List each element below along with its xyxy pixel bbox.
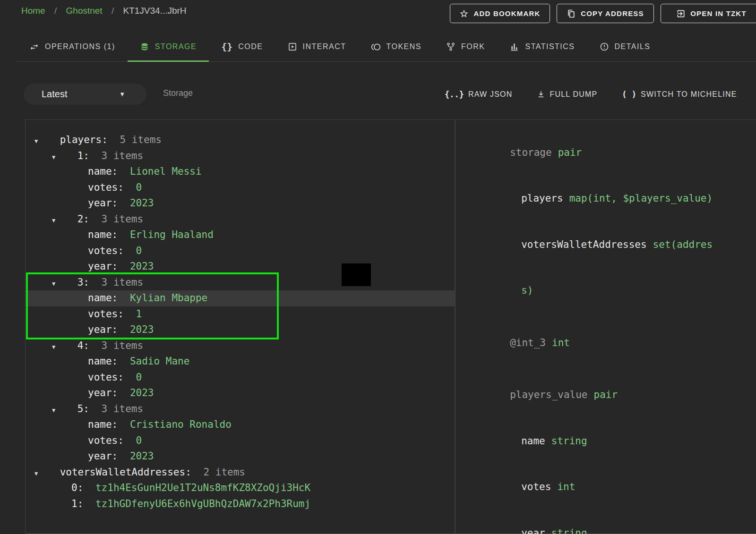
- tree-key: 2:: [77, 213, 89, 225]
- type-line: players_valuepair: [462, 372, 756, 418]
- tree-key: name:: [88, 292, 118, 304]
- storage-tools: {..} RAW JSON FULL DUMP ( ) SWITCH TO MI…: [445, 84, 737, 105]
- copy-icon: [567, 9, 576, 18]
- breadcrumb: Home / Ghostnet / KT1JV34...JbrH: [21, 6, 187, 16]
- add-bookmark-label: ADD BOOKMARK: [473, 9, 540, 17]
- breadcrumb-separator: /: [54, 6, 57, 16]
- copy-address-button[interactable]: COPY ADDRESS: [557, 4, 654, 23]
- tab-fork[interactable]: FORK: [434, 32, 497, 61]
- bar-chart-icon: [509, 42, 519, 52]
- tree-row[interactable]: ▼ players: 5 items: [26, 132, 455, 148]
- collapse-arrow-icon[interactable]: ▼: [34, 134, 42, 150]
- tree-row[interactable]: votes: 0: [26, 370, 455, 386]
- tree-key: players:: [60, 134, 108, 145]
- tree-key: votersWalletAddresses:: [60, 466, 191, 478]
- switch-to-micheline-button[interactable]: ( ) SWITCH TO MICHELINE: [622, 90, 737, 99]
- type-name: @int_3: [510, 337, 546, 348]
- tree-row[interactable]: votes: 0: [26, 243, 455, 259]
- collapse-arrow-icon[interactable]: ▼: [34, 466, 42, 482]
- full-dump-button[interactable]: FULL DUMP: [537, 90, 597, 99]
- type-name: name: [521, 435, 545, 447]
- fork-icon: [446, 42, 455, 51]
- tree-key: votes:: [88, 245, 124, 256]
- tree-key: name:: [88, 419, 118, 430]
- tree-row[interactable]: name: Sadio Mane: [26, 354, 455, 370]
- breadcrumb-network-link[interactable]: Ghostnet: [66, 6, 103, 16]
- collapse-arrow-icon[interactable]: ▼: [52, 276, 60, 292]
- tree-value: 1: [136, 308, 142, 320]
- tree-key: 4:: [77, 340, 89, 351]
- tab-label: FORK: [461, 42, 485, 51]
- wallet-address: tz1h4EsGunH2Ue1T2uNs8mfKZ8XZoQji3HcK: [95, 482, 310, 493]
- tree-value: Kylian Mbappe: [130, 292, 207, 304]
- micheline-icon: ( ): [622, 90, 636, 99]
- tree-row[interactable]: year: 2023: [26, 195, 455, 212]
- tree-count: 3 items: [102, 213, 144, 225]
- breadcrumb-contract-address: KT1JV34...JbrH: [123, 6, 186, 16]
- tree-row[interactable]: votes: 0: [26, 180, 455, 196]
- tree-value: Cristiano Ronaldo: [130, 419, 232, 430]
- breadcrumb-home-link[interactable]: Home: [21, 6, 45, 16]
- tree-value: 2023: [130, 324, 154, 335]
- tree-row[interactable]: ▼ 1: 3 items: [26, 148, 455, 164]
- tree-row[interactable]: ▼ votersWalletAddresses: 2 items: [26, 465, 455, 481]
- tree-row[interactable]: ▼ 5: 3 items: [26, 401, 455, 417]
- tab-details[interactable]: DETAILS: [587, 32, 663, 61]
- swap-horizontal-icon: [29, 42, 39, 52]
- tree-value: Sadio Mane: [130, 356, 189, 367]
- tab-statistics[interactable]: STATISTICS: [497, 32, 587, 61]
- tab-storage[interactable]: STORAGE: [128, 32, 209, 61]
- open-in-tzkt-label: OPEN IN TZKT: [690, 9, 747, 17]
- tree-row[interactable]: year: 2023: [26, 259, 455, 275]
- tree-row[interactable]: name: Cristiano Ronaldo: [26, 417, 455, 433]
- tree-key: 3:: [77, 277, 89, 288]
- type-line: playersmap(int, $players_value): [462, 176, 756, 222]
- open-external-icon: [676, 9, 686, 18]
- tree-row[interactable]: ▼ 2: 3 items: [26, 212, 455, 228]
- tree-row-selected[interactable]: name: Kylian Mbappe: [26, 290, 455, 306]
- tree-row[interactable]: 1: tz1hGDfenyU6Ex6hVgUBhQzDAW7x2Ph3Rumj: [26, 496, 455, 512]
- braces-icon: {}: [221, 41, 232, 52]
- tree-value: 2023: [130, 450, 154, 462]
- tree-count: 3 items: [102, 403, 144, 415]
- collapse-arrow-icon[interactable]: ▼: [52, 213, 60, 229]
- copy-address-label: COPY ADDRESS: [581, 9, 644, 17]
- tree-row[interactable]: name: Erling Haaland: [26, 227, 455, 243]
- tab-tokens[interactable]: TOKENS: [359, 32, 434, 61]
- tree-count: 2 items: [203, 466, 245, 478]
- tab-operations[interactable]: OPERATIONS (1): [17, 32, 128, 61]
- tree-row[interactable]: ▼ 4: 3 items: [26, 338, 455, 354]
- type-line: namestring: [462, 418, 756, 464]
- add-bookmark-button[interactable]: ADD BOOKMARK: [450, 4, 550, 23]
- tree-row[interactable]: year: 2023: [26, 322, 455, 338]
- blackout-box: [342, 263, 371, 286]
- tree-row[interactable]: year: 2023: [26, 449, 455, 465]
- tree-value: 0: [136, 245, 142, 256]
- tree-key: year:: [88, 261, 118, 272]
- tree-value: 0: [136, 182, 142, 193]
- tab-label: STATISTICS: [525, 42, 575, 51]
- tab-interact[interactable]: INTERACT: [275, 32, 359, 61]
- tree-row[interactable]: year: 2023: [26, 385, 455, 401]
- tree-row[interactable]: name: Lionel Messi: [26, 164, 455, 180]
- version-select[interactable]: Latest ▼: [24, 84, 146, 105]
- tree-row[interactable]: ▼ 3: 3 items: [26, 275, 455, 291]
- collapse-arrow-icon[interactable]: ▼: [52, 403, 60, 419]
- type-line: votersWalletAddressesset(addres: [462, 221, 756, 268]
- tree-row[interactable]: 0: tz1h4EsGunH2Ue1T2uNs8mfKZ8XZoQji3HcK: [26, 480, 455, 496]
- tree-row[interactable]: votes: 1: [26, 306, 455, 322]
- tree-key: 1:: [71, 498, 83, 509]
- tree-row[interactable]: votes: 0: [26, 433, 455, 449]
- tab-code[interactable]: {} CODE: [209, 32, 275, 61]
- version-select-value: Latest: [42, 89, 67, 100]
- collapse-arrow-icon[interactable]: ▼: [52, 150, 60, 166]
- raw-json-button[interactable]: {..} RAW JSON: [445, 90, 512, 99]
- storage-tree-panel: ▼ players: 5 items ▼ 1: 3 items name: Li…: [26, 120, 455, 533]
- collapse-arrow-icon[interactable]: ▼: [52, 339, 60, 356]
- section-label: Storage: [163, 88, 193, 98]
- tree-key: year:: [88, 387, 118, 398]
- type-kind: string: [551, 435, 587, 447]
- type-name: storage: [510, 147, 552, 158]
- tab-label: CODE: [238, 42, 263, 51]
- open-in-tzkt-button[interactable]: OPEN IN TZKT: [661, 4, 756, 23]
